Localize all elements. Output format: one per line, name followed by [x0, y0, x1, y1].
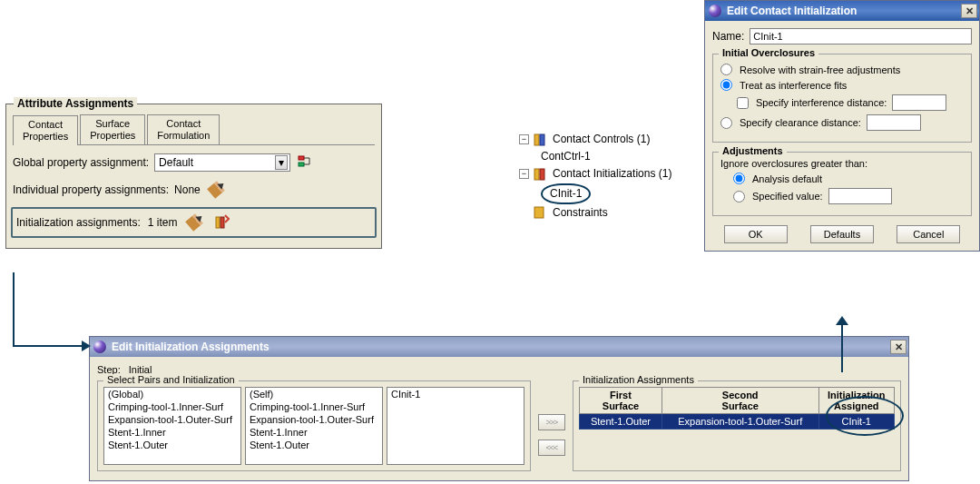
svg-rect-9	[534, 169, 539, 180]
svg-rect-7	[534, 134, 539, 145]
assignments-legend: Initialization Assignments	[579, 374, 698, 385]
table-row[interactable]: Stent-1.Outer Expansion-tool-1.Outer-Sur…	[580, 414, 895, 430]
radio-clearance-input[interactable]	[720, 117, 732, 129]
radio-clearance-distance[interactable]: Specify clearance distance:	[720, 114, 964, 131]
close-button[interactable]: ✕	[890, 340, 906, 354]
init-assignments-value: 1 item	[148, 216, 178, 229]
specified-value-input[interactable]	[828, 188, 892, 204]
interference-distance-input[interactable]	[892, 94, 946, 111]
list-item[interactable]: (Self)	[246, 388, 382, 400]
contact-controls-icon	[533, 133, 549, 147]
radio-interference-fits[interactable]: Treat as interference fits	[720, 79, 964, 91]
list-item[interactable]: Stent-1.Outer	[104, 439, 240, 451]
init-tool-icon[interactable]	[211, 212, 231, 232]
list-item[interactable]: Crimping-tool-1.Inner-Surf	[246, 400, 382, 413]
list-item[interactable]: Stent-1.Inner	[246, 426, 382, 439]
radio-analysis-default[interactable]: Analysis default	[733, 173, 964, 184]
check-interference-input[interactable]	[737, 97, 749, 109]
svg-rect-5	[216, 217, 220, 228]
adjustments-legend: Adjustments	[719, 145, 787, 156]
tree-contact-initializations[interactable]: Contact Initializations (1)	[553, 165, 671, 183]
svg-rect-10	[540, 169, 544, 180]
edit-individual-icon[interactable]	[206, 180, 226, 200]
attribute-assignments-title: Attribute Assignments	[14, 97, 137, 110]
radio-specified-value[interactable]: Specified value:	[733, 188, 964, 204]
col-init-assigned: Initialization Assigned	[818, 388, 895, 414]
radio-specified-input[interactable]	[733, 191, 745, 202]
list-item[interactable]: Crimping-tool-1.Inner-Surf	[104, 400, 240, 413]
list-item[interactable]: CInit-1	[387, 388, 524, 400]
adjustments-label: Ignore overclosures greater than:	[720, 158, 964, 169]
second-surface-list[interactable]: (Self) Crimping-tool-1.Inner-Surf Expans…	[245, 387, 383, 465]
annotation-arrow	[13, 345, 82, 347]
svg-rect-0	[299, 156, 304, 160]
add-assignment-button[interactable]: >>>	[538, 414, 565, 430]
pencil-icon	[207, 182, 225, 200]
tab-contact-properties[interactable]: Contact Properties	[13, 115, 78, 145]
first-surface-list[interactable]: (Global) Crimping-tool-1.Inner-Surf Expa…	[103, 387, 241, 465]
attribute-assignments-panel: Attribute Assignments Contact Properties…	[5, 104, 382, 249]
tab-contact-formulation[interactable]: Contact Formulation	[147, 114, 220, 144]
ok-button[interactable]: OK	[724, 225, 788, 243]
name-label: Name:	[712, 30, 744, 43]
col-second-surface: Second Surface	[662, 388, 818, 414]
arrow-head-icon	[82, 341, 91, 351]
dialog-title: Edit Contact Initialization	[727, 5, 857, 17]
contact-inits-icon	[533, 167, 549, 182]
tree-cinit-1[interactable]: CInit-1	[541, 183, 591, 204]
radio-analysis-input[interactable]	[733, 173, 745, 184]
edit-init-assignments-dialog: Edit Initialization Assignments ✕ Step: …	[89, 336, 909, 481]
tree-contact-controls[interactable]: Contact Controls (1)	[553, 131, 650, 148]
global-assignment-label: Global property assignment:	[13, 156, 149, 169]
individual-assignments-value: None	[174, 183, 201, 196]
edit-contact-initialization-dialog: Edit Contact Initialization ✕ Name: Init…	[704, 0, 980, 252]
edit-init-icon[interactable]	[184, 212, 204, 232]
svg-rect-8	[540, 134, 544, 145]
initialization-assignments-row: Initialization assignments: 1 item	[11, 207, 377, 238]
initialization-assignments-panel: Initialization Assignments First Surface…	[573, 380, 901, 471]
tab-surface-properties[interactable]: Surface Properties	[80, 114, 145, 144]
list-item[interactable]: Expansion-tool-1.Outer-Surf	[246, 413, 382, 426]
list-item[interactable]: (Global)	[104, 388, 240, 400]
collapse-icon[interactable]: −	[519, 169, 529, 179]
select-pairs-panel: Select Pairs and Initialization (Global)…	[97, 380, 531, 471]
dialog-title: Edit Initialization Assignments	[112, 341, 270, 353]
model-tree: − Contact Controls (1) ContCtrl-1 − Cont…	[519, 131, 671, 222]
transfer-buttons: >>> <<<	[538, 380, 565, 471]
init-assignments-label: Initialization assignments:	[16, 216, 141, 229]
global-assignment-select[interactable]: Default ▾	[154, 153, 290, 172]
dialog-titlebar: Edit Initialization Assignments ✕	[90, 337, 908, 357]
remove-assignment-button[interactable]: <<<	[538, 440, 565, 456]
global-assignment-value: Default	[159, 156, 193, 169]
defaults-button[interactable]: Defaults	[810, 225, 874, 243]
svg-rect-1	[299, 163, 304, 166]
radio-resolve-input[interactable]	[720, 64, 732, 75]
cancel-button[interactable]: Cancel	[897, 225, 960, 243]
close-button[interactable]: ✕	[961, 4, 977, 18]
initial-overclosures-group: Initial Overclosures Resolve with strain…	[712, 54, 972, 143]
list-item[interactable]: Stent-1.Inner	[104, 426, 240, 439]
initialization-list[interactable]: CInit-1	[387, 387, 524, 465]
annotation-arrow	[13, 272, 15, 345]
clearance-distance-input[interactable]	[867, 114, 921, 131]
tree-contctrl-1[interactable]: ContCtrl-1	[541, 148, 591, 165]
adjustments-group: Adjustments Ignore overclosures greater …	[712, 152, 972, 216]
attr-tabs: Contact Properties Surface Properties Co…	[13, 114, 375, 145]
list-item[interactable]: Stent-1.Outer	[246, 439, 382, 451]
dropdown-arrow-icon: ▾	[275, 155, 288, 170]
col-first-surface: First Surface	[580, 388, 662, 414]
collapse-icon[interactable]: −	[519, 134, 529, 144]
app-icon	[709, 5, 721, 17]
tree-constraints[interactable]: Constraints	[553, 204, 608, 222]
individual-assignments-label: Individual property assignments:	[13, 183, 169, 196]
edit-global-icon[interactable]	[296, 153, 316, 173]
svg-rect-6	[220, 217, 224, 228]
check-specify-interference[interactable]: Specify interference distance:	[737, 94, 964, 111]
list-item[interactable]: Expansion-tool-1.Outer-Surf	[104, 413, 240, 426]
radio-interference-input[interactable]	[720, 79, 732, 91]
radio-resolve-strain-free[interactable]: Resolve with strain-free adjustments	[720, 64, 964, 75]
svg-rect-11	[534, 207, 544, 218]
constraints-icon	[533, 205, 549, 220]
name-input[interactable]	[750, 28, 972, 44]
arrow-head-icon	[836, 316, 848, 325]
